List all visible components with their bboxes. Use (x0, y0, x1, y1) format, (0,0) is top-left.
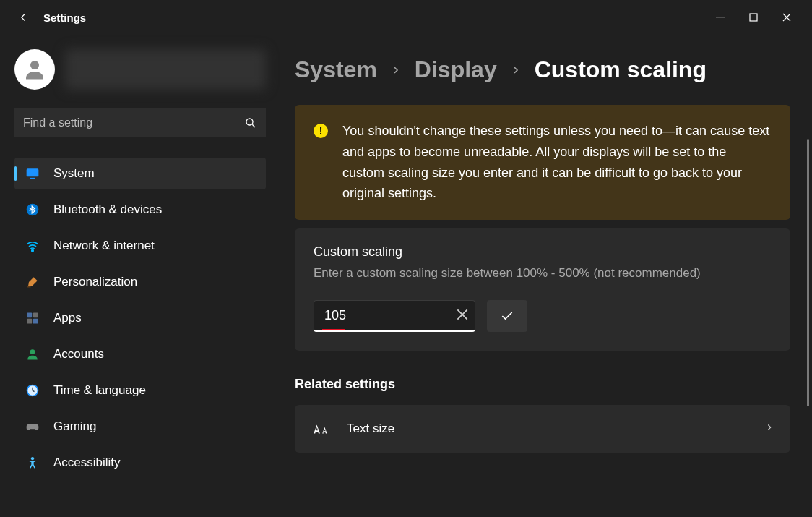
sidebar-item-label: Accounts (53, 347, 104, 362)
minimize-button[interactable] (704, 6, 737, 29)
svg-point-2 (30, 61, 39, 69)
sidebar-item-label: System (53, 166, 95, 181)
window-controls (704, 6, 803, 29)
apps-icon (25, 310, 40, 326)
x-icon (457, 309, 468, 320)
clear-input-button[interactable] (457, 309, 468, 323)
custom-scaling-description: Enter a custom scaling size between 100%… (314, 264, 772, 283)
sidebar-item-network-internet[interactable]: Network & internet (14, 230, 266, 262)
search-box[interactable] (14, 108, 266, 137)
sidebar-item-personalization[interactable]: Personalization (14, 266, 266, 298)
person-icon (22, 56, 48, 82)
profile-section[interactable] (14, 49, 266, 90)
sidebar-item-gaming[interactable]: Gaming (14, 411, 266, 443)
accessibility-icon (25, 455, 40, 471)
sidebar-item-label: Apps (53, 311, 82, 325)
sidebar-item-apps[interactable]: Apps (14, 302, 266, 334)
content: System Display Custom scaling ! You shou… (280, 35, 812, 517)
spellcheck-underline (322, 329, 345, 330)
sidebar-item-label: Bluetooth & devices (53, 202, 162, 217)
person-icon (25, 346, 40, 362)
titlebar: Settings (0, 0, 812, 35)
svg-rect-9 (27, 313, 33, 318)
text-size-icon (311, 419, 331, 438)
svg-point-17 (31, 457, 34, 460)
svg-rect-4 (27, 168, 39, 176)
svg-rect-5 (30, 178, 35, 179)
sidebar-item-label: Time & language (53, 383, 146, 398)
wifi-icon (25, 238, 40, 254)
search-icon (244, 116, 257, 129)
svg-rect-0 (716, 17, 725, 17)
sidebar-item-label: Personalization (53, 275, 137, 289)
monitor-icon (25, 166, 40, 181)
search-input[interactable] (23, 116, 244, 129)
gamepad-icon (25, 419, 40, 435)
svg-point-16 (27, 385, 38, 396)
sidebar-item-time-language[interactable]: Time & language (14, 375, 266, 406)
maximize-button[interactable] (737, 6, 770, 29)
maximize-icon (749, 13, 758, 22)
sidebar-item-accounts[interactable]: Accounts (14, 338, 266, 370)
sidebar-item-label: Gaming (53, 419, 97, 434)
warning-text: You shouldn't change these settings unle… (342, 121, 772, 204)
sidebar-item-bluetooth-devices[interactable]: Bluetooth & devices (14, 194, 266, 226)
back-arrow-icon (17, 11, 30, 24)
sidebar: SystemBluetooth & devicesNetwork & inter… (0, 35, 280, 517)
apply-scaling-button[interactable] (487, 300, 527, 332)
close-icon (782, 13, 791, 22)
brush-icon (25, 274, 40, 290)
breadcrumb-current: Custom scaling (535, 56, 707, 83)
custom-scaling-title: Custom scaling (314, 244, 772, 260)
scaling-input-wrap (314, 300, 475, 332)
svg-rect-11 (27, 319, 33, 324)
text-size-label: Text size (347, 422, 748, 436)
chevron-right-icon (510, 64, 522, 76)
breadcrumb: System Display Custom scaling (295, 56, 790, 83)
profile-name-redacted (65, 49, 266, 90)
minimize-icon (716, 13, 725, 22)
chevron-right-icon (390, 64, 402, 76)
sidebar-item-label: Accessibility (53, 456, 121, 470)
bluetooth-icon (25, 202, 40, 218)
svg-point-13 (30, 349, 35, 354)
back-button[interactable] (9, 3, 38, 32)
avatar (14, 49, 55, 90)
close-button[interactable] (770, 6, 803, 29)
custom-scaling-card: Custom scaling Enter a custom scaling si… (295, 228, 790, 351)
warning-icon: ! (314, 124, 328, 138)
sidebar-item-label: Network & internet (53, 239, 155, 253)
svg-point-7 (32, 249, 34, 252)
svg-rect-10 (33, 313, 38, 318)
sidebar-item-accessibility[interactable]: Accessibility (14, 447, 266, 479)
sidebar-nav: SystemBluetooth & devicesNetwork & inter… (14, 158, 266, 479)
breadcrumb-system[interactable]: System (295, 56, 377, 83)
svg-point-3 (246, 119, 253, 125)
text-size-row[interactable]: Text size (295, 405, 790, 453)
scrollbar[interactable] (807, 139, 809, 406)
svg-rect-8 (27, 286, 31, 288)
chevron-right-icon (764, 422, 774, 435)
scaling-input[interactable] (314, 300, 475, 332)
app-title: Settings (43, 12, 86, 24)
sidebar-item-system[interactable]: System (14, 158, 266, 189)
warning-card: ! You shouldn't change these settings un… (295, 105, 790, 220)
related-settings-heading: Related settings (295, 377, 790, 392)
check-icon (500, 309, 514, 323)
svg-rect-1 (750, 14, 757, 21)
breadcrumb-display[interactable]: Display (415, 56, 497, 83)
svg-rect-12 (33, 319, 38, 324)
clock-icon (25, 383, 40, 398)
